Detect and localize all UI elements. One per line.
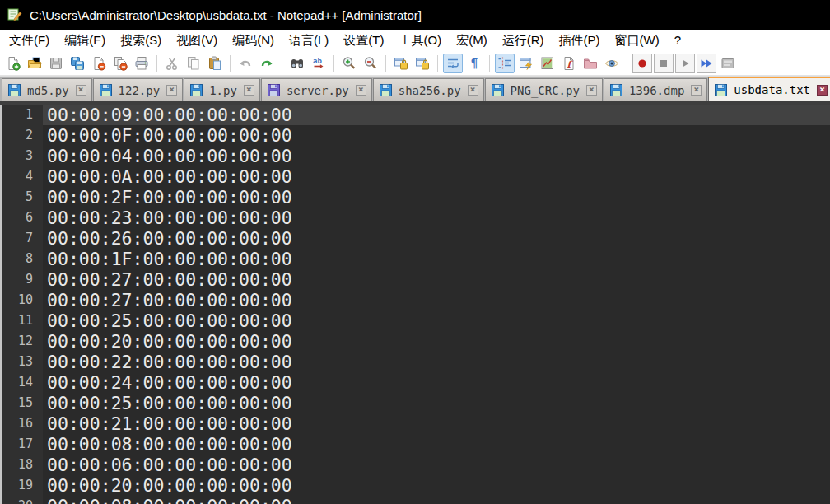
code-line[interactable]: 00:00:25:00:00:00:00:00 [43,310,830,331]
code-line[interactable]: 00:00:0F:00:00:00:00:00 [43,125,830,146]
code-line[interactable]: 00:00:21:00:00:00:00:00 [43,413,830,434]
replace-icon: ab [311,56,326,71]
cut-button[interactable] [162,54,182,73]
tab-close-icon[interactable]: × [817,85,828,96]
sync-horizontal-scroll-icon [415,56,430,71]
menu-item-plugins[interactable]: 插件(P) [551,30,607,51]
macro-record-button[interactable] [632,54,652,73]
menu-item-settings[interactable]: 设置(T) [336,30,391,51]
indent-guide-button[interactable] [495,54,515,73]
close-button[interactable] [89,54,109,73]
function-list-button[interactable]: f [559,54,579,73]
code-line[interactable]: 00:00:09:00:00:00:00:00 [43,105,830,125]
show-all-characters-button[interactable]: ¶ [464,54,484,73]
tab-close-icon[interactable]: × [691,85,702,96]
code-line[interactable]: 00:00:2F:00:00:00:00:00 [43,187,830,208]
menu-item-help[interactable]: ? [667,30,688,51]
macro-stop-icon [656,56,671,71]
find-button[interactable] [287,54,307,73]
tab-png-crc-py[interactable]: PNG_CRC.py× [485,78,603,101]
code-line[interactable]: 00:00:25:00:00:00:00:00 [43,393,830,413]
text-editor[interactable]: 1234567891011121314151617181920 00:00:09… [0,105,830,504]
menu-item-tools[interactable]: 工具(O) [391,30,449,51]
tab-bar: md5.py×122.py×1.py×server.py×sha256.py×P… [0,76,830,101]
code-line[interactable]: 00:00:20:00:00:00:00:00 [43,475,830,496]
save-button[interactable] [46,54,66,73]
find-icon [290,56,305,71]
zoom-in-button[interactable] [339,54,359,73]
undo-button[interactable] [235,54,255,73]
code-area[interactable]: 00:00:09:00:00:00:00:0000:00:0F:00:00:00… [43,105,830,504]
tab-label: 1.py [209,84,237,97]
menu-item-window[interactable]: 窗口(W) [607,30,666,51]
tab-sha256-py[interactable]: sha256.py× [373,78,484,101]
menu-item-file[interactable]: 文件(F) [2,30,57,51]
zoom-out-button[interactable] [361,54,380,73]
code-line[interactable]: 00:00:27:00:00:00:00:00 [43,269,830,290]
floppy-icon [267,83,281,97]
tab-122-py[interactable]: 122.py× [93,78,184,101]
sync-horizontal-scroll-button[interactable] [413,54,432,73]
tab-server-py[interactable]: server.py× [261,78,372,101]
menu-item-encoding[interactable]: 编码(N) [225,30,282,51]
folder-as-workspace-button[interactable] [581,54,600,73]
code-line[interactable]: 00:00:26:00:00:00:00:00 [43,228,830,249]
code-line[interactable]: 00:00:0A:00:00:00:00:00 [43,166,830,187]
save-all-button[interactable] [68,54,87,73]
word-wrap-button[interactable] [443,54,463,73]
line-number-gutter: 1234567891011121314151617181920 [2,105,43,504]
paste-button[interactable] [205,54,225,73]
macro-save-button[interactable] [718,54,738,73]
code-line[interactable]: 00:00:22:00:00:00:00:00 [43,352,830,372]
tab-usbdata-txt[interactable]: usbdata.txt× [708,76,830,101]
tab-close-icon[interactable]: × [244,85,254,96]
line-number: 17 [2,434,43,455]
tab-label: md5.py [27,84,69,97]
new-file-icon [6,56,21,71]
sync-vertical-scroll-button[interactable] [391,54,411,73]
redo-button[interactable] [257,54,277,73]
monitoring-button[interactable] [602,54,622,73]
code-line[interactable]: 00:00:20:00:00:00:00:00 [43,331,830,352]
replace-button[interactable]: ab [309,54,329,73]
code-line[interactable]: 00:00:24:00:00:00:00:00 [43,372,830,393]
macro-stop-button[interactable] [654,54,674,73]
menu-item-view[interactable]: 视图(V) [169,30,225,51]
code-line[interactable]: 00:00:1F:00:00:00:00:00 [43,249,830,269]
toolbar-separator [230,55,231,72]
macro-playback-button[interactable] [675,54,695,73]
print-button[interactable] [132,54,152,73]
copy-button[interactable] [184,54,203,73]
menu-item-macro[interactable]: 宏(M) [449,30,495,51]
tab-close-icon[interactable]: × [586,85,597,96]
code-line[interactable]: 00:00:27:00:00:00:00:00 [43,290,830,310]
function-list-icon: f [562,56,576,71]
tab-close-icon[interactable]: × [468,85,478,96]
define-language-button[interactable] [516,54,536,73]
tab-1-py[interactable]: 1.py× [184,78,260,101]
document-map-button[interactable] [538,54,557,73]
menu-item-search[interactable]: 搜索(S) [113,30,169,51]
code-line[interactable]: 00:00:06:00:00:00:00:00 [43,455,830,475]
close-all-button[interactable] [110,54,130,73]
code-line[interactable]: 00:00:08:00:00:00:00:00 [43,496,830,504]
menu-item-language[interactable]: 语言(L) [282,30,336,51]
code-line[interactable]: 00:00:23:00:00:00:00:00 [43,208,830,228]
tab-close-icon[interactable]: × [356,85,366,96]
tab-md5-py[interactable]: md5.py× [2,78,92,101]
line-number: 15 [2,393,43,413]
tab-1396-dmp[interactable]: 1396.dmp× [604,78,707,101]
tab-close-icon[interactable]: × [76,85,86,96]
line-number: 16 [2,413,43,434]
open-file-button[interactable] [25,54,44,73]
line-number: 13 [2,352,43,372]
zoom-in-icon [342,56,357,71]
menu-item-edit[interactable]: 编辑(E) [57,30,113,51]
new-file-button[interactable] [3,54,23,73]
tab-close-icon[interactable]: × [166,85,177,96]
code-line[interactable]: 00:00:04:00:00:00:00:00 [43,146,830,166]
macro-run-multiple-button[interactable] [697,54,716,73]
menu-item-run[interactable]: 运行(R) [495,30,552,51]
code-line[interactable]: 00:00:08:00:00:00:00:00 [43,434,830,455]
monitoring-icon [604,56,619,71]
